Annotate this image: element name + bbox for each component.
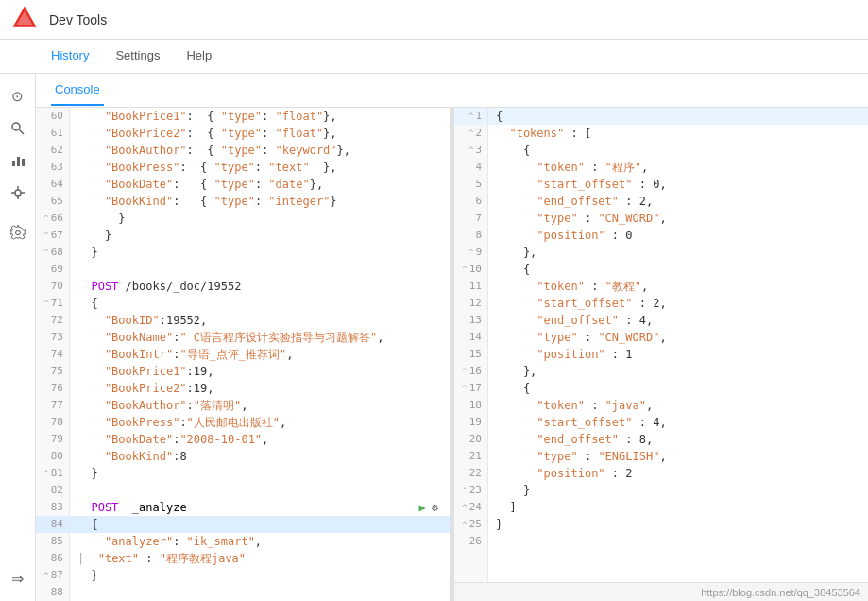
table-row: "type" : "CN_WORD", <box>488 210 868 227</box>
svg-rect-6 <box>22 159 25 166</box>
table-row: }, <box>488 244 868 261</box>
svg-rect-4 <box>12 161 15 166</box>
table-row: "BookPress": { "type": "text" }, <box>70 159 450 176</box>
sidebar: ⊙ ⇒ <box>0 74 36 601</box>
right-editor: ^1 ^2 ^3 4 5 6 7 8 ^9 ^10 11 12 13 14 <box>454 108 868 601</box>
table-row: }, <box>488 363 868 380</box>
table-row: "BookPress":"人民邮电出版社", <box>70 414 450 431</box>
table-row: } <box>70 567 450 584</box>
main-layout: ⊙ ⇒ Console 60 <box>0 74 868 601</box>
table-row: { <box>70 295 450 312</box>
svg-line-3 <box>19 130 24 135</box>
table-row: } <box>70 210 450 227</box>
svg-point-7 <box>15 190 21 196</box>
table-row: "position" : 0 <box>488 227 868 244</box>
app-title: Dev Tools <box>49 12 107 27</box>
table-row: "BookAuthor":"落清明", <box>70 397 450 414</box>
table-row: "end_offset" : 4, <box>488 312 868 329</box>
clock-icon[interactable]: ⊙ <box>3 81 33 112</box>
right-code-area: ^1 ^2 ^3 4 5 6 7 8 ^9 ^10 11 12 13 14 <box>454 108 868 582</box>
table-row <box>70 261 450 278</box>
status-url: https://blog.csdn.net/qq_38453564 <box>701 587 860 598</box>
table-row: "start_offset" : 2, <box>488 295 868 312</box>
gear-icon[interactable] <box>3 217 33 248</box>
left-editor: 60 61 62 63 64 65 ^66 ^67 ^68 69 70 ^71 … <box>36 108 451 601</box>
table-row: "start_offset" : 4, <box>488 414 868 431</box>
table-row: "end_offset" : 2, <box>488 193 868 210</box>
table-row: } <box>70 244 450 261</box>
status-bar: https://blog.csdn.net/qq_38453564 <box>454 582 868 601</box>
table-row <box>70 482 450 499</box>
table-row: { <box>488 108 868 125</box>
table-row: "BookIntr":"导语_点评_推荐词", <box>70 346 450 363</box>
left-code-area: 60 61 62 63 64 65 ^66 ^67 ^68 69 70 ^71 … <box>36 108 450 601</box>
table-row: "BookDate": { "type": "date"}, <box>70 176 450 193</box>
table-row: | "text" : "程序教程java" <box>70 550 450 567</box>
svg-rect-5 <box>17 157 20 166</box>
table-row: "BookID":19552, <box>70 312 450 329</box>
table-row: "token" : "java", <box>488 397 868 414</box>
table-row: "BookKind": { "type": "integer"} <box>70 193 450 210</box>
table-row: { <box>488 261 868 278</box>
table-row: "BookPrice1":19, <box>70 363 450 380</box>
table-row: "type" : "CN_WORD", <box>488 329 868 346</box>
right-code-content[interactable]: { "tokens" : [ { "token" : "程序", "start_… <box>488 108 868 582</box>
table-row: "BookPrice2": { "type": "float"}, <box>70 125 450 142</box>
left-code-content[interactable]: "BookPrice1": { "type": "float"}, "BookP… <box>70 108 450 601</box>
table-row: "token" : "教程", <box>488 278 868 295</box>
table-row: "start_offset" : 0, <box>488 176 868 193</box>
table-row: "position" : 1 <box>488 346 868 363</box>
svg-point-2 <box>12 123 20 130</box>
table-row <box>70 584 450 601</box>
editor-split: 60 61 62 63 64 65 ^66 ^67 ^68 69 70 ^71 … <box>36 108 868 601</box>
table-row: "BookPrice2":19, <box>70 380 450 397</box>
table-row: "BookKind":8 <box>70 448 450 465</box>
search-icon[interactable] <box>3 113 33 144</box>
table-row: "analyzer": "ik_smart", <box>70 533 450 550</box>
nav-bar: History Settings Help <box>0 40 868 74</box>
table-row: "BookName":" C语言程序设计实验指导与习题解答", <box>70 329 450 346</box>
table-row: "BookDate":"2008-10-01", <box>70 431 450 448</box>
table-row: "BookAuthor": { "type": "keyword"}, <box>70 142 450 159</box>
table-row: POST /books/_doc/19552 <box>70 278 450 295</box>
play-button[interactable]: ▶ <box>419 499 426 516</box>
right-line-numbers: ^1 ^2 ^3 4 5 6 7 8 ^9 ^10 11 12 13 14 <box>454 108 488 582</box>
table-row: } <box>488 516 868 533</box>
table-row: { <box>70 516 450 533</box>
console-header: Console <box>36 74 868 108</box>
wrench-icon2[interactable]: ⚙ <box>432 499 438 516</box>
arrow-right-icon[interactable]: ⇒ <box>3 563 33 593</box>
table-row: } <box>70 465 450 482</box>
console-tab[interactable]: Console <box>51 75 104 106</box>
table-row: } <box>488 482 868 499</box>
table-row: POST _analyze▶⚙ <box>70 499 450 516</box>
table-row: "end_offset" : 8, <box>488 431 868 448</box>
table-row: } <box>70 227 450 244</box>
chart-icon[interactable] <box>3 146 33 176</box>
left-line-numbers: 60 61 62 63 64 65 ^66 ^67 ^68 69 70 ^71 … <box>36 108 70 601</box>
table-row: "type" : "ENGLISH", <box>488 448 868 465</box>
table-row: "BookPrice1": { "type": "float"}, <box>70 108 450 125</box>
table-row: "position" : 2 <box>488 465 868 482</box>
content-area: Console 60 61 62 63 64 65 ^66 ^67 <box>36 74 868 601</box>
table-row: { <box>488 142 868 159</box>
table-row <box>488 533 868 550</box>
table-row: { <box>488 380 868 397</box>
table-row: "token" : "程序", <box>488 159 868 176</box>
logo <box>11 5 38 35</box>
table-row: "tokens" : [ <box>488 125 868 142</box>
wrench-icon[interactable] <box>3 178 33 208</box>
table-row: ] <box>488 499 868 516</box>
